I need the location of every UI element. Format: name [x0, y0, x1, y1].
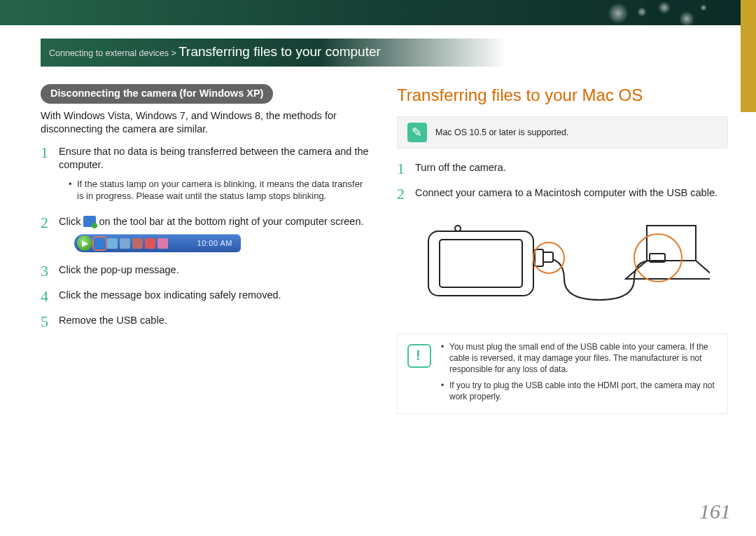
safely-remove-icon: [83, 216, 96, 227]
header-band: [0, 0, 756, 25]
breadcrumb: Connecting to external devices > Transfe…: [41, 39, 507, 67]
bokeh-icon: [637, 7, 647, 17]
warning-list: You must plug the small end of the USB c…: [441, 341, 718, 406]
section-tab: [741, 0, 756, 112]
tray-volume-icon: [145, 238, 155, 249]
tray-icon: [132, 238, 143, 249]
svg-point-2: [455, 226, 461, 231]
taskbar-graphic: ▶ 10:00 AM: [74, 234, 241, 252]
step-number: 1: [41, 145, 50, 205]
step-number: 2: [397, 186, 407, 202]
right-steps: 1 Turn off the camera. 2 Connect your ca…: [397, 161, 728, 202]
warning-box: You must plug the small end of the USB c…: [397, 334, 728, 414]
step-text: Ensure that no data is being transferred…: [59, 146, 369, 171]
step-text: Turn off the camera.: [415, 162, 506, 173]
step-sub: If the status lamp on your camera is bli…: [69, 178, 372, 202]
step: 4 Click the message box indicating safel…: [41, 289, 372, 304]
note-icon: [407, 123, 427, 142]
tray-safely-remove-icon: [94, 238, 105, 249]
note-box: Mac OS 10.5 or later is supported.: [397, 116, 728, 149]
bokeh-icon: [679, 11, 694, 27]
page-number: 161: [699, 500, 731, 523]
svg-rect-0: [428, 231, 533, 296]
right-column: Transferring files to your Mac OS Mac OS…: [397, 84, 728, 501]
intro-text: With Windows Vista, Windows 7, and Windo…: [41, 109, 372, 137]
left-steps: 1 Ensure that no data is being transferr…: [41, 145, 372, 330]
svg-rect-3: [535, 249, 543, 266]
step-text-post: on the tool bar at the bottom right of y…: [99, 216, 363, 227]
camera-icon: [428, 226, 543, 296]
step-text: Click the message box indicating safely …: [59, 289, 281, 301]
step: 1 Turn off the camera.: [397, 161, 728, 177]
step-text: Connect your camera to a Macintosh compu…: [415, 187, 718, 198]
step-text: Click the pop-up message.: [59, 264, 179, 275]
tray-icon: [158, 238, 168, 249]
step-number: 4: [41, 289, 50, 304]
step: 2 Click on the tool bar at the bottom ri…: [41, 215, 372, 254]
step: 3 Click the pop-up message.: [41, 263, 372, 279]
connection-diagram: [416, 212, 710, 321]
sub-item: If the status lamp on your camera is bli…: [69, 178, 372, 202]
step-number: 5: [41, 314, 50, 329]
step: 1 Ensure that no data is being transferr…: [41, 145, 372, 205]
warning-item: You must plug the small end of the USB c…: [441, 341, 718, 376]
breadcrumb-title: Transferring files to your computer: [178, 44, 381, 59]
svg-rect-1: [440, 240, 522, 287]
section-heading: Transferring files to your Mac OS: [397, 84, 728, 106]
note-text: Mac OS 10.5 or later is supported.: [435, 127, 568, 139]
manual-page: Connecting to external devices > Transfe…: [0, 0, 756, 536]
breadcrumb-section: Connecting to external devices >: [49, 48, 176, 58]
step-number: 1: [397, 161, 407, 177]
tray-icon: [107, 238, 118, 249]
content-columns: Disconnecting the camera (for Windows XP…: [41, 84, 728, 501]
step-number: 2: [41, 215, 50, 254]
step-text-pre: Click: [59, 216, 83, 227]
bokeh-icon: [608, 3, 629, 24]
step-number: 3: [41, 263, 50, 279]
svg-rect-4: [543, 252, 553, 262]
step: 2 Connect your camera to a Macintosh com…: [397, 186, 728, 202]
subsection-pill: Disconnecting the camera (for Windows XP…: [41, 84, 273, 104]
step: 5 Remove the USB cable.: [41, 314, 372, 329]
step-text: Remove the USB cable.: [59, 315, 167, 326]
warning-icon: [407, 344, 431, 368]
taskbar-clock: 10:00 AM: [197, 238, 238, 249]
left-column: Disconnecting the camera (for Windows XP…: [41, 84, 372, 501]
tray-icon: [120, 238, 130, 249]
warning-item: If you try to plug the USB cable into th…: [441, 380, 718, 402]
start-button-icon: ▶: [77, 235, 92, 251]
bokeh-icon: [658, 1, 671, 14]
bokeh-icon: [700, 4, 707, 11]
